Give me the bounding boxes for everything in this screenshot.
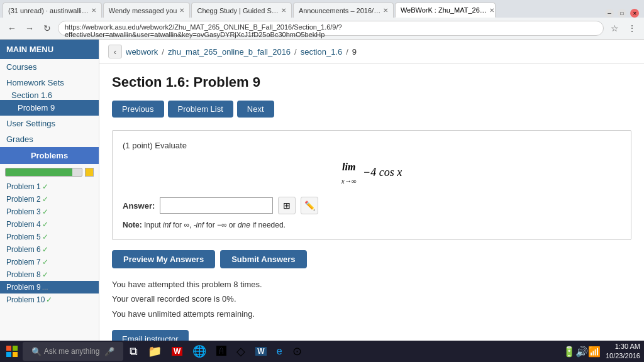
progress-bar bbox=[5, 168, 82, 177]
action-buttons: Previous Problem List Next bbox=[112, 101, 631, 118]
tab-bar: (31 unread) · austinwalli… ✕ Wendy messa… bbox=[0, 0, 644, 18]
page-title: Section 1.6: Problem 9 bbox=[112, 74, 631, 90]
svg-rect-3 bbox=[13, 352, 18, 357]
dropbox-icon: ◇ bbox=[236, 344, 245, 358]
search-placeholder: Ask me anything bbox=[44, 347, 100, 356]
problem-box: (1 point) Evaluate lim x→∞ −4 cos x Answ… bbox=[112, 130, 631, 240]
folder-icon: 📁 bbox=[148, 344, 162, 358]
problem-item-9-active[interactable]: Problem 9 ... bbox=[0, 281, 99, 293]
preview-answers-button[interactable]: Preview My Answers bbox=[112, 250, 215, 268]
check-icon: ✓ bbox=[42, 233, 48, 241]
progress-indicator bbox=[85, 168, 94, 177]
svg-rect-1 bbox=[13, 346, 18, 351]
close-btn[interactable]: ✕ bbox=[630, 9, 639, 18]
tab-close-icon[interactable]: ✕ bbox=[281, 7, 286, 14]
check-icon: ✓ bbox=[42, 220, 48, 229]
problem-item-5[interactable]: Problem 5 ✓ bbox=[0, 231, 99, 243]
grid-icon-btn[interactable]: ⊞ bbox=[278, 197, 296, 214]
dropbox-btn[interactable]: ◇ bbox=[233, 342, 249, 361]
tab-2[interactable]: Wendy messaged you ✕ bbox=[103, 3, 191, 18]
check-icon: ✓ bbox=[46, 295, 52, 304]
chrome-btn[interactable]: ⊙ bbox=[289, 342, 306, 361]
ie-icon: e bbox=[277, 346, 282, 357]
word-btn[interactable]: W bbox=[252, 342, 270, 361]
previous-button[interactable]: Previous bbox=[112, 101, 164, 118]
answer-row: Answer: ⊞ ✏️ bbox=[123, 197, 621, 214]
tab-5-active[interactable]: WeBWorK : Zhu_MAT_26… ✕ bbox=[395, 3, 496, 18]
taskbar-clock: 1:30 AM 10/23/2016 bbox=[606, 342, 640, 361]
check-icon: ✓ bbox=[42, 207, 48, 216]
check-icon: ✓ bbox=[42, 245, 48, 254]
check-icon: ✓ bbox=[42, 258, 48, 266]
breadcrumb-course[interactable]: zhu_mat_265_online_b_fall_2016 bbox=[168, 47, 291, 57]
sidebar-user-settings[interactable]: User Settings bbox=[0, 116, 99, 131]
clock-time: 1:30 AM bbox=[606, 342, 640, 351]
menu-btn[interactable]: ⋮ bbox=[625, 21, 639, 35]
start-button[interactable] bbox=[4, 343, 20, 359]
main-menu-header: MAIN MENU bbox=[0, 40, 99, 59]
sidebar-courses[interactable]: Courses bbox=[0, 59, 99, 75]
next-button[interactable]: Next bbox=[237, 101, 274, 118]
answer-input[interactable] bbox=[160, 197, 273, 214]
taskbar: 🔍 Ask me anything 🎤 ⧉ 📁 W 🌐 🅰 ◇ W e ⊙ 🔋🔊… bbox=[0, 341, 644, 362]
breadcrumb-webwork[interactable]: webwork bbox=[126, 47, 158, 57]
content-area: ‹ webwork / zhu_mat_265_online_b_fall_20… bbox=[99, 40, 644, 362]
attempt-line-3: You have unlimited attempts remaining. bbox=[112, 307, 631, 321]
search-bar[interactable]: 🔍 Ask me anything 🎤 bbox=[23, 342, 123, 361]
tab-close-icon[interactable]: ✕ bbox=[91, 7, 96, 14]
tab-close-icon[interactable]: ✕ bbox=[179, 7, 184, 14]
address-bar: ← → ↻ https://webwork.asu.edu/webwork2/Z… bbox=[0, 18, 644, 39]
attempt-info: You have attempted this problem 8 times.… bbox=[112, 277, 631, 321]
reload-btn[interactable]: ↻ bbox=[40, 21, 54, 35]
problem-item-4[interactable]: Problem 4 ✓ bbox=[0, 218, 99, 231]
problem-list-button[interactable]: Problem List bbox=[168, 101, 233, 118]
browser-taskbar-btn[interactable]: 🌐 bbox=[189, 342, 210, 361]
amazon-btn[interactable]: 🅰 bbox=[213, 342, 230, 361]
taskbar-icon-group: 🔋🔊📶 bbox=[563, 346, 601, 358]
problems-header: Problems bbox=[0, 147, 99, 164]
problem-item-6[interactable]: Problem 6 ✓ bbox=[0, 243, 99, 256]
forward-nav-btn[interactable]: → bbox=[23, 21, 36, 35]
sidebar-section-1-6[interactable]: Section 1.6 bbox=[0, 87, 58, 103]
edge-icon: 🌐 bbox=[192, 344, 206, 358]
file-explorer-btn[interactable]: 📁 bbox=[144, 342, 165, 361]
url-bar[interactable]: https://webwork.asu.edu/webwork2/Zhu_MAT… bbox=[58, 21, 604, 36]
task-view-btn[interactable]: ⧉ bbox=[126, 342, 142, 361]
answer-label: Answer: bbox=[123, 201, 155, 211]
submit-answers-button[interactable]: Submit Answers bbox=[220, 250, 306, 268]
problem-item-2[interactable]: Problem 2 ✓ bbox=[0, 193, 99, 206]
tab-4[interactable]: Announcements – 2016/… ✕ bbox=[293, 3, 394, 18]
pencil-icon-btn[interactable]: ✏️ bbox=[301, 197, 318, 214]
word-icon: W bbox=[255, 347, 266, 356]
tab-close-icon[interactable]: ✕ bbox=[489, 7, 494, 14]
tab-3[interactable]: Chegg Study | Guided S… ✕ bbox=[191, 3, 291, 18]
main-content: Section 1.6: Problem 9 Previous Problem … bbox=[99, 64, 644, 358]
breadcrumb-section[interactable]: section_1.6 bbox=[301, 47, 343, 57]
grid-icon: ⊞ bbox=[283, 200, 291, 211]
problem-item-1[interactable]: Problem 1 ✓ bbox=[0, 180, 99, 193]
wordpad-btn[interactable]: W bbox=[168, 342, 186, 361]
ie-btn[interactable]: e bbox=[273, 342, 286, 361]
tab-close-icon[interactable]: ✕ bbox=[383, 7, 388, 14]
problem-item-8[interactable]: Problem 8 ✓ bbox=[0, 268, 99, 281]
problem-item-10[interactable]: Problem 10 ✓ bbox=[0, 293, 99, 306]
windows-icon bbox=[6, 346, 18, 357]
sidebar: MAIN MENU Courses Homework Sets Section … bbox=[0, 40, 99, 362]
minimize-btn[interactable]: ─ bbox=[605, 9, 614, 18]
check-icon: ✓ bbox=[42, 195, 48, 204]
star-btn[interactable]: ☆ bbox=[608, 21, 621, 35]
chrome-icon: ⊙ bbox=[292, 344, 302, 358]
problem-item-7[interactable]: Problem 7 ✓ bbox=[0, 256, 99, 268]
back-button[interactable]: ‹ bbox=[108, 45, 122, 58]
sidebar-grades[interactable]: Grades bbox=[0, 131, 99, 147]
tab-1[interactable]: (31 unread) · austinwalli… ✕ bbox=[3, 3, 102, 18]
attempt-line-1: You have attempted this problem 8 times. bbox=[112, 277, 631, 292]
back-nav-btn[interactable]: ← bbox=[5, 21, 19, 35]
maximize-btn[interactable]: □ bbox=[618, 9, 626, 18]
dots-icon: ... bbox=[42, 283, 48, 292]
breadcrumb: ‹ webwork / zhu_mat_265_online_b_fall_20… bbox=[99, 40, 644, 64]
task-view-icon: ⧉ bbox=[130, 345, 138, 358]
microphone-icon: 🎤 bbox=[104, 347, 114, 356]
amazon-icon: 🅰 bbox=[216, 346, 226, 357]
problem-item-3[interactable]: Problem 3 ✓ bbox=[0, 206, 99, 218]
